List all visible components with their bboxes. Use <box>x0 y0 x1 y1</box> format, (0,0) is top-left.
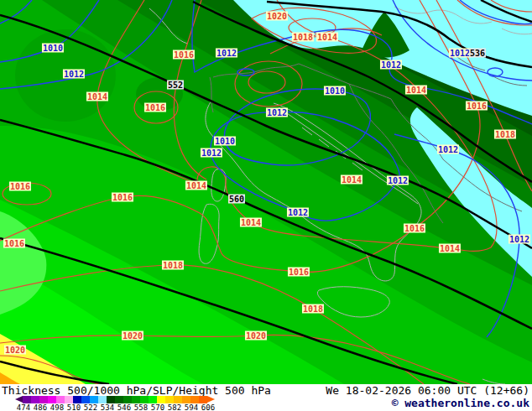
colorbar-segment <box>174 396 182 403</box>
colorbar-segment <box>149 396 157 403</box>
colorbar-segment <box>132 396 140 403</box>
colorbar-segment <box>182 396 190 403</box>
scale-tick-label: 546 <box>117 403 131 411</box>
scale-tick-label: 522 <box>84 403 97 411</box>
legend-bar: Thickness 500/1000 hPa/SLP/Height 500 hP… <box>0 384 532 411</box>
colorbar-segment <box>65 396 73 403</box>
colorbar-segment <box>115 396 123 403</box>
scale-tick-label: 474 <box>17 403 30 411</box>
chart-title: Thickness 500/1000 hPa/SLP/Height 500 hP… <box>2 384 271 397</box>
colorbar-segment <box>56 396 65 403</box>
scale-tick-label: 594 <box>185 403 198 411</box>
colorbar-segment <box>157 396 165 403</box>
scale-tick-label: 534 <box>101 403 114 411</box>
colorbar-segment <box>39 396 48 403</box>
colorbar-segment <box>73 396 81 403</box>
scale-tick-label: 558 <box>134 403 148 411</box>
colorbar-segment <box>140 396 149 403</box>
colorbar-segment <box>98 396 107 403</box>
scale-tick-label: 498 <box>50 403 64 411</box>
colorbar-segment <box>31 396 39 403</box>
colorbar-segment <box>123 396 132 403</box>
scale-tick-label: 570 <box>151 403 164 411</box>
scale-tick-label: 486 <box>34 403 47 411</box>
scale-tick-label: 606 <box>201 403 215 411</box>
copyright-watermark: © weatheronline.co.uk <box>392 397 529 409</box>
colorbar-segment <box>48 396 56 403</box>
weather-map-canvas <box>0 0 532 384</box>
colorbar-segment <box>81 396 90 403</box>
colorbar-segment <box>90 396 98 403</box>
colorbar-segment <box>190 396 199 403</box>
colorbar-segment <box>165 396 174 403</box>
colorbar-segment <box>23 396 31 403</box>
thickness-colorbar <box>15 396 215 403</box>
weather-chart-screenshot: 1010101210121012101210101012101010121012… <box>0 0 532 411</box>
colorbar-left-arrow <box>15 396 23 403</box>
colorbar-segment <box>107 396 115 403</box>
colorbar-segment <box>199 396 207 403</box>
weather-map: 1010101210121012101210101012101010121012… <box>0 0 532 384</box>
valid-datetime: We 18-02-2026 06:00 UTC (12+66) <box>326 384 529 397</box>
colorbar-right-arrow <box>207 396 215 403</box>
scale-tick-label: 510 <box>67 403 81 411</box>
scale-tick-label: 582 <box>168 403 181 411</box>
